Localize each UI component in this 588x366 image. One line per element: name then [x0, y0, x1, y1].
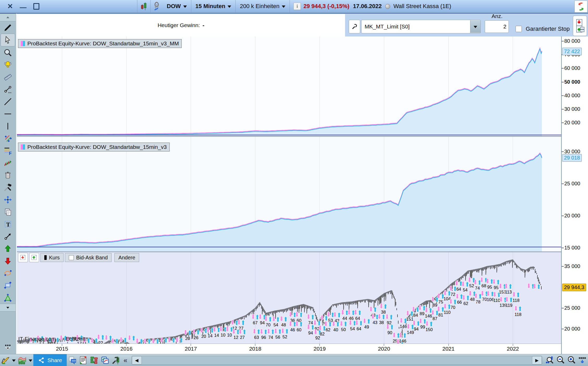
tool-arrow-icon[interactable] — [1, 230, 15, 242]
tool-triangle-icon[interactable] — [1, 291, 15, 304]
tool-fibonacci-icon[interactable]: F — [1, 144, 15, 157]
tool-tools-icon[interactable] — [1, 181, 15, 193]
tool-more-icon[interactable] — [1, 340, 15, 352]
tool-ellipse-icon[interactable] — [1, 267, 15, 279]
zoom-in-icon[interactable] — [566, 355, 577, 366]
trade-result-label: 89 — [420, 311, 424, 316]
tool-cursor-select-icon[interactable] — [1, 34, 15, 46]
last-price: 29 944,3 (-0,15%) — [303, 3, 349, 10]
tool-delete-icon[interactable] — [1, 169, 15, 181]
tab-kurs[interactable]: Kurs — [40, 253, 64, 262]
trade-result-label: 46 — [290, 327, 295, 332]
chart-edit-icon[interactable] — [0, 355, 11, 366]
buy-button[interactable] — [29, 253, 39, 262]
tool-segment-icon[interactable] — [1, 83, 15, 95]
tab-kurs-label: Kurs — [49, 255, 60, 261]
candlestick-icon[interactable] — [137, 2, 150, 11]
tool-trend-line-icon[interactable] — [1, 95, 15, 108]
indicator-menu[interactable] — [28, 355, 33, 366]
maximize-icon[interactable] — [33, 3, 39, 10]
trade-result-label: 70 — [482, 297, 487, 302]
collapse-toolbar[interactable]: « — [124, 356, 127, 364]
trade-result-label: 62 — [326, 327, 330, 332]
tool-rectangle-icon[interactable] — [1, 279, 15, 291]
share-button[interactable]: Share — [33, 354, 67, 366]
symbol-selector[interactable]: DOW — [163, 0, 191, 13]
tool-scroll-up-icon[interactable] — [0, 14, 16, 21]
charts-svg[interactable]: 2452171918224026262116322720262014141010… — [17, 36, 561, 344]
y-tick-label: 40 000 — [564, 93, 580, 99]
orderbook-icon[interactable] — [89, 355, 100, 366]
tool-scroll-down-icon[interactable] — [0, 304, 16, 312]
bottom-toolbar: Share « ◀ ▶ — [0, 354, 588, 366]
bid-ask-checkbox[interactable] — [69, 255, 74, 260]
equity-chart-label-v3[interactable]: ProBacktest Equity-Kurve: DOW_Standartab… — [18, 143, 170, 151]
trade-result-label: 84 — [413, 313, 418, 318]
tool-ruler-icon[interactable] — [1, 71, 15, 83]
strategy-settings-button[interactable] — [349, 20, 360, 33]
title-bar: ✕ — DOW 15 Minuten 200 k Einheiten — [0, 0, 588, 13]
close-icon[interactable]: ✕ — [7, 3, 13, 10]
tool-vertical-line-icon[interactable] — [1, 120, 15, 132]
trade-result-label: 54 — [350, 326, 355, 331]
strategy-select[interactable]: MK_MT_Limit [S0] — [361, 20, 481, 33]
y-tick-mark — [562, 41, 564, 41]
equity-chart-label-mm[interactable]: ProBacktest Equity-Kurve: DOW_Standartab… — [18, 39, 182, 48]
horizontal-scrollbar[interactable]: ◀ ▶ — [132, 356, 542, 365]
zoom-fit-icon[interactable] — [544, 355, 555, 366]
trade-result-label: 113 — [505, 290, 512, 294]
trade-result-label: 20 — [201, 334, 206, 339]
tool-alarm-icon[interactable] — [1, 59, 15, 71]
guaranteed-stop[interactable]: Garantierter Stop — [514, 25, 570, 33]
indicator-icon[interactable] — [17, 355, 28, 366]
scroll-left-icon[interactable]: ◀ — [132, 356, 142, 364]
tool-arrow-up-icon[interactable] — [1, 242, 15, 255]
tool-arrow-down-icon[interactable] — [1, 255, 15, 267]
zoom-out-icon[interactable] — [555, 355, 566, 366]
trade-result-label: 110 — [444, 310, 450, 315]
y-tick-mark — [562, 82, 564, 82]
units-selector[interactable]: 200 k Einheiten — [236, 0, 290, 13]
quantity-input[interactable] — [485, 20, 509, 33]
compare-icon[interactable] — [100, 355, 111, 366]
tab-bid-ask-band[interactable]: Bid-Ask Band — [65, 253, 112, 262]
tool-duplicate-icon[interactable] — [1, 206, 15, 218]
minimize-icon[interactable]: — — [20, 4, 27, 11]
price-axis[interactable]: 80 00070 00060 00050 00040 00030 00020 0… — [561, 36, 588, 354]
link-icon[interactable] — [151, 2, 163, 11]
info-icon[interactable]: i — [293, 3, 301, 10]
trade-result-label: 50 — [341, 327, 346, 332]
timeframe-selector[interactable]: 15 Minuten — [191, 0, 236, 13]
refresh-icon[interactable] — [574, 1, 587, 13]
tab-andere[interactable]: Andere — [114, 253, 139, 262]
tab-bid-ask-label: Bid-Ask Band — [76, 255, 108, 261]
chevron-down-icon[interactable] — [470, 20, 480, 33]
tool-horizontal-line-icon[interactable] — [1, 108, 15, 120]
tool-text-icon[interactable]: T — [1, 218, 15, 230]
trade-result-label: 54 — [273, 322, 278, 327]
chart-area[interactable]: 2452171918224026262116322720262014141010… — [17, 36, 561, 344]
y-tick-label: 20 000 — [564, 213, 580, 219]
news-icon[interactable] — [78, 355, 89, 366]
backtest-tools-icon[interactable] — [111, 355, 121, 366]
tool-zoom-icon[interactable] — [1, 46, 15, 59]
trading-app-window: ✕ — DOW 15 Minuten 200 k Einheiten — [0, 0, 588, 366]
guaranteed-stop-checkbox[interactable] — [516, 26, 522, 32]
tool-pattern-icon[interactable] — [1, 157, 15, 169]
sell-button[interactable] — [18, 253, 28, 262]
chart-edit-menu[interactable] — [11, 355, 17, 366]
order-ticket-button[interactable] — [573, 16, 587, 36]
compress-icon[interactable] — [577, 355, 588, 366]
legend-chip — [21, 144, 25, 150]
trade-result-label: 90 — [388, 330, 392, 335]
time-axis[interactable]: 20152016201720182019202020212022 — [17, 344, 561, 354]
trade-result-label: 72 — [451, 292, 455, 297]
tool-move-icon[interactable] — [1, 193, 15, 206]
svg-text:T: T — [6, 221, 10, 228]
chat-icon[interactable] — [67, 355, 78, 366]
scroll-right-icon[interactable]: ▶ — [532, 356, 542, 364]
order-ticket-icon — [575, 19, 585, 33]
trade-result-label: 48 — [281, 322, 286, 327]
tool-channel-icon[interactable] — [1, 132, 15, 144]
tool-draw-pencil-icon[interactable] — [1, 21, 15, 34]
